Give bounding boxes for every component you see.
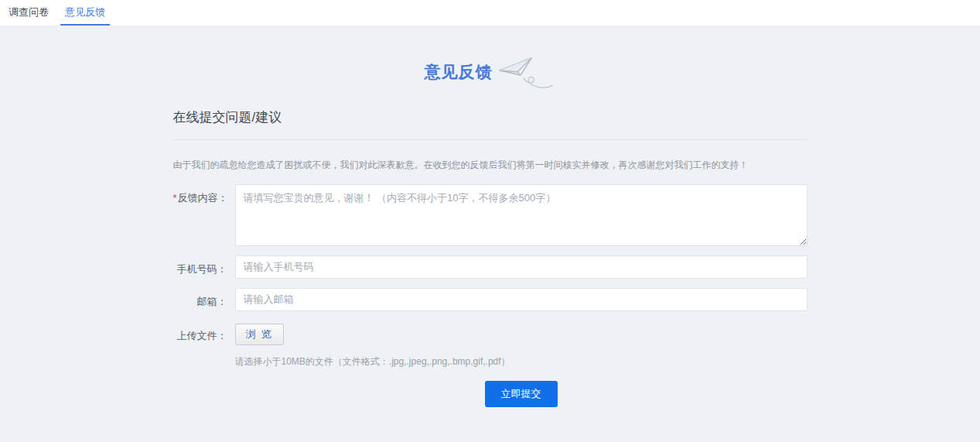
browse-button[interactable]: 浏 览 bbox=[235, 324, 285, 345]
feedback-content-textarea[interactable] bbox=[235, 184, 808, 246]
email-label: 邮箱： bbox=[173, 288, 227, 311]
required-asterisk: * bbox=[173, 192, 177, 204]
email-input[interactable] bbox=[235, 288, 808, 311]
email-row: 邮箱： bbox=[173, 288, 808, 311]
upload-row: 上传文件： 浏 览 bbox=[173, 324, 808, 345]
submit-button[interactable]: 立即提交 bbox=[485, 381, 558, 407]
disclaimer-text: 由于我们的疏忽给您造成了困扰或不便，我们对此深表歉意。在收到您的反馈后我们将第一… bbox=[173, 159, 808, 172]
feedback-content-row: *反馈内容： bbox=[173, 184, 808, 246]
section-heading: 在线提交问题/建议 bbox=[173, 108, 808, 140]
page-title: 意见反馈 bbox=[425, 61, 493, 83]
phone-input[interactable] bbox=[235, 255, 808, 279]
tab-survey[interactable]: 调查问卷 bbox=[4, 0, 53, 26]
submit-row: 立即提交 bbox=[235, 381, 808, 407]
tab-bar: 调查问卷 意见反馈 bbox=[0, 0, 980, 26]
phone-label: 手机号码： bbox=[173, 255, 227, 279]
upload-label: 上传文件： bbox=[173, 324, 227, 345]
upload-hint: 请选择小于10MB的文件（文件格式：.jpg,.jpeg,.png,.bmp,g… bbox=[235, 355, 808, 368]
page-title-row: 意见反馈 bbox=[173, 26, 808, 98]
feedback-content-label-text: 反馈内容： bbox=[178, 192, 228, 204]
paper-plane-icon bbox=[497, 55, 556, 97]
tab-feedback[interactable]: 意见反馈 bbox=[60, 0, 110, 26]
feedback-form: *反馈内容： 手机号码： 邮箱： bbox=[173, 184, 808, 407]
feedback-content-label: *反馈内容： bbox=[173, 184, 227, 246]
feedback-page: 意见反馈 在线提交问题/建议 由于我们的疏忽给您造成了困扰或不便，我们对此深表歉… bbox=[0, 26, 980, 442]
phone-row: 手机号码： bbox=[173, 255, 808, 279]
